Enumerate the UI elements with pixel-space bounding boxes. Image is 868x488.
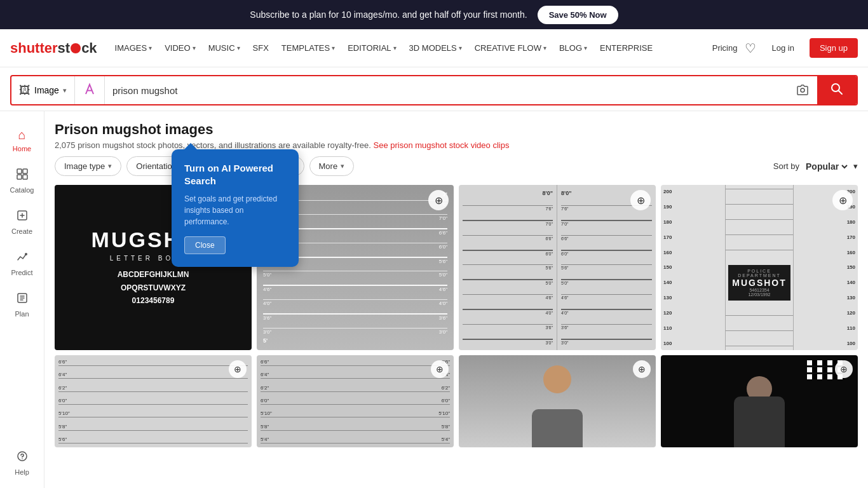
ai-tooltip-description: Set goals and get predicted insights bas… — [184, 193, 286, 227]
svg-point-7 — [25, 253, 27, 255]
sidebar-label-catalog: Catalog — [10, 186, 34, 194]
image-grid-row2: 6'6" 6'4" 6'2" 6'0" 5'10" 5'8" 5'6" ⊕ 6'… — [55, 355, 858, 447]
image-type-icon: 🖼 — [19, 84, 31, 97]
results-subtitle: 2,075 prison mugshot stock photos, vecto… — [55, 140, 858, 150]
nav-templates[interactable]: TEMPLATES ▾ — [276, 39, 340, 57]
nav-blog[interactable]: BLOG ▾ — [554, 39, 592, 57]
sidebar-item-predict[interactable]: Predict — [0, 244, 44, 283]
video-clips-link[interactable]: See prison mugshot stock video clips — [374, 140, 510, 150]
svg-point-0 — [801, 88, 804, 92]
zoom-button-2[interactable]: ⊕ — [428, 190, 449, 210]
search-submit-button[interactable] — [817, 76, 857, 104]
image-cell-small-ruler-1[interactable]: 6'6" 6'4" 6'2" 6'0" 5'10" 5'8" 5'6" ⊕ — [55, 355, 252, 447]
top-banner: Subscribe to a plan for 10 images/mo. an… — [0, 0, 868, 29]
editorial-chevron-icon: ▾ — [393, 44, 397, 51]
banner-cta[interactable]: Save 50% Now — [538, 6, 618, 24]
logo-s: st — [58, 40, 71, 57]
zoom-button-6[interactable]: ⊕ — [431, 360, 449, 378]
left-ruler-top: 8'0" — [463, 190, 553, 196]
logo-text-red: shutter — [10, 40, 58, 57]
blog-chevron-icon: ▾ — [584, 44, 587, 51]
creative-flow-chevron-icon: ▾ — [543, 44, 546, 51]
ai-tooltip-title: Turn on AI Powered Search — [184, 162, 286, 187]
sidebar-item-help[interactable]: Help — [0, 444, 44, 482]
signup-button[interactable]: Sign up — [810, 38, 858, 58]
search-bar: 🖼 Image ▾ — [10, 75, 858, 105]
svg-rect-4 — [17, 175, 22, 179]
video-chevron-icon: ▾ — [193, 44, 196, 51]
person-head — [543, 365, 571, 393]
zoom-button-3[interactable]: ⊕ — [630, 190, 651, 210]
alphabet-display: ABCDEFGHIJKLMNOPQRSTUVWXYZ0123456789 — [118, 268, 189, 307]
pricing-link[interactable]: Pricing — [712, 43, 738, 53]
criminal-body — [734, 396, 785, 447]
sidebar-item-home[interactable]: ⌂ Home — [0, 121, 44, 159]
templates-chevron-icon: ▾ — [332, 44, 335, 51]
image-type-filter[interactable]: Image type ▾ — [55, 156, 121, 176]
svg-rect-2 — [17, 169, 22, 173]
logo-end: ck — [81, 40, 97, 57]
sidebar-label-predict: Predict — [11, 269, 32, 276]
zoom-button-4[interactable]: ⊕ — [832, 190, 853, 210]
svg-rect-5 — [23, 175, 27, 179]
nav-sfx[interactable]: SFX — [248, 39, 274, 57]
search-type-label: Image — [34, 85, 59, 95]
image-cell-person-mugshot[interactable]: ⊕ — [459, 355, 656, 447]
case-date: 12/03/1992 — [732, 292, 787, 297]
results-title: Prison mugshot images — [55, 121, 858, 138]
help-icon — [16, 450, 29, 466]
image-type-chevron-icon: ▾ — [108, 162, 112, 170]
predict-icon — [16, 250, 29, 266]
content-area: Prison mugshot images 2,075 prison mugsh… — [44, 111, 868, 488]
more-filter[interactable]: More ▾ — [309, 156, 355, 176]
image-cell-small-ruler-2[interactable]: 6'6"6'6" 6'4"6'4" 6'2"6'2" 6'0"6'0" 5'10… — [257, 355, 454, 447]
sidebar-label-create: Create — [11, 227, 32, 235]
ai-tooltip-close-button[interactable]: Close — [184, 236, 226, 254]
svg-point-10 — [22, 458, 23, 459]
zoom-button-5[interactable]: ⊕ — [229, 360, 247, 378]
login-button[interactable]: Log in — [764, 39, 801, 57]
sidebar-label-home: Home — [13, 145, 31, 152]
catalog-icon — [16, 168, 29, 184]
plan-icon — [16, 292, 29, 308]
sidebar-item-catalog[interactable]: Catalog — [0, 161, 44, 200]
sidebar-item-plan[interactable]: Plan — [0, 285, 44, 324]
mugshot-label: MUGSHOT — [732, 278, 787, 288]
ai-tooltip-popup: Turn on AI Powered Search Set goals and … — [172, 149, 299, 267]
create-icon — [16, 209, 29, 225]
image-cell-criminal-mugshot[interactable]: ⊕ — [661, 355, 858, 447]
search-input[interactable] — [105, 76, 788, 104]
case-id: 54612354 — [732, 288, 787, 292]
zoom-button-8[interactable]: ⊕ — [835, 360, 853, 378]
nav-enterprise[interactable]: ENTERPRISE — [595, 39, 658, 57]
search-type-selector[interactable]: 🖼 Image ▾ — [11, 76, 75, 104]
camera-search-button[interactable] — [788, 76, 817, 104]
logo[interactable]: shutterstck — [10, 40, 97, 57]
navbar: shutterstck IMAGES ▾ VIDEO ▾ MUSIC ▾ SFX… — [0, 29, 868, 67]
more-chevron-icon: ▾ — [341, 162, 344, 170]
zoom-button-7[interactable]: ⊕ — [633, 360, 651, 378]
nav-music[interactable]: MUSIC ▾ — [203, 39, 245, 57]
ruler-bottom: 5' — [263, 337, 447, 344]
nav-items: IMAGES ▾ VIDEO ▾ MUSIC ▾ SFX TEMPLATES ▾… — [110, 39, 712, 57]
nav-right: Pricing ♡ Log in Sign up — [712, 38, 858, 58]
images-chevron-icon: ▾ — [149, 44, 152, 51]
person-body — [532, 409, 583, 447]
ai-indicator[interactable] — [75, 76, 105, 104]
3dmodels-chevron-icon: ▾ — [459, 44, 462, 51]
sort-select[interactable]: Popular Newest — [803, 161, 850, 172]
sidebar-item-create[interactable]: Create — [0, 203, 44, 241]
results-header: Prison mugshot images 2,075 prison mugsh… — [55, 121, 858, 150]
nav-3dmodels[interactable]: 3D MODELS ▾ — [404, 39, 467, 57]
sidebar-label-help: Help — [15, 468, 29, 476]
sidebar-label-plan: Plan — [15, 310, 29, 318]
nav-video[interactable]: VIDEO ▾ — [159, 39, 200, 57]
police-dept-text: POLICE DEPARTMENT — [732, 269, 787, 278]
nav-creative-flow[interactable]: CREATIVE FLOW ▾ — [470, 39, 552, 57]
banner-message: Subscribe to a plan for 10 images/mo. an… — [250, 10, 527, 20]
favorites-icon[interactable]: ♡ — [745, 41, 756, 56]
image-cell-wide-ruler[interactable]: 8'0" 7'6" 7'0" 6'6" 6'0" 5'6" 5'0" 4'6" … — [459, 185, 656, 350]
nav-images[interactable]: IMAGES ▾ — [110, 39, 158, 57]
image-cell-police-sign[interactable]: 200 190 180 170 160 150 140 130 120 110 … — [661, 185, 858, 350]
nav-editorial[interactable]: EDITORIAL ▾ — [342, 39, 401, 57]
